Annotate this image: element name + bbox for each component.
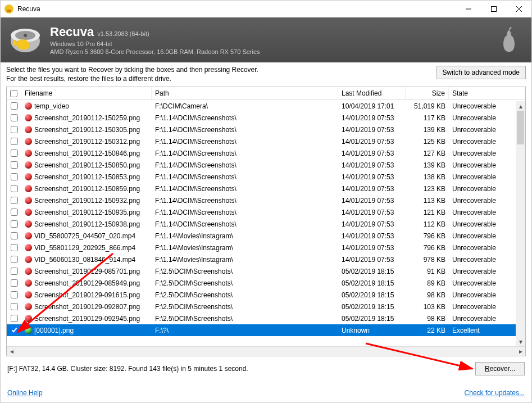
column-path[interactable]: Path <box>152 87 338 99</box>
path-text: F:\1.14\Movies\Instagram\ <box>152 232 338 240</box>
column-filename[interactable]: Filename <box>21 87 152 99</box>
row-checkbox[interactable] <box>11 327 18 334</box>
status-dot-icon <box>25 161 32 169</box>
table-row[interactable]: Screenshot_20190129-092807.pngF:\2.5\DCI… <box>7 301 525 313</box>
row-checkbox[interactable] <box>11 161 18 169</box>
horizontal-scrollbar[interactable]: ◂ ▸ <box>7 346 525 356</box>
vertical-scrollbar[interactable]: ▴ ▾ <box>516 101 525 346</box>
advanced-mode-button[interactable]: Switch to advanced mode <box>436 66 526 79</box>
check-updates-link[interactable]: Check for updates... <box>465 389 525 397</box>
table-row[interactable]: Screenshot_20190112-150312.pngF:\1.14\DC… <box>7 135 525 147</box>
size-text: 117 KB <box>406 114 449 122</box>
table-body[interactable]: temp_videoF:\DCIM\Camera\10/04/2019 17:0… <box>7 100 525 346</box>
row-checkbox[interactable] <box>11 291 18 298</box>
table-row[interactable]: Screenshot_20190112-150859.pngF:\1.14\DC… <box>7 183 525 194</box>
state-text: Unrecoverable <box>449 138 525 146</box>
size-text: 103 KB <box>406 303 449 311</box>
size-text: 98 KB <box>406 315 449 323</box>
maximize-button[interactable] <box>481 1 506 17</box>
column-modified[interactable]: Last Modified <box>338 87 406 99</box>
select-all-checkbox[interactable] <box>10 90 17 97</box>
state-text: Unrecoverable <box>449 268 525 275</box>
scroll-up-icon[interactable]: ▴ <box>516 101 525 111</box>
path-text: F:\1.14\DCIM\Screenshots\ <box>152 220 338 228</box>
column-state[interactable]: State <box>449 87 525 99</box>
size-text: 125 KB <box>406 138 449 146</box>
online-help-link[interactable]: Online Help <box>7 389 43 397</box>
table-row[interactable]: VID_55801129_202925_866.mp4F:\1.14\Movie… <box>7 242 525 253</box>
table-row[interactable]: [000001].pngF:\?\Unknown22 KBExcellent <box>7 324 525 336</box>
table-row[interactable]: Screenshot_20190112-150305.pngF:\1.14\DC… <box>7 124 525 135</box>
state-text: Unrecoverable <box>449 291 525 299</box>
row-checkbox[interactable] <box>11 114 18 121</box>
row-checkbox[interactable] <box>11 197 18 204</box>
table-row[interactable]: Screenshot_20190129-085949.pngF:\2.5\DCI… <box>7 277 525 289</box>
modified-text: 05/02/2019 18:15 <box>338 291 406 299</box>
scroll-down-icon[interactable]: ▾ <box>516 337 525 346</box>
size-text: 796 KB <box>406 232 449 240</box>
row-checkbox[interactable] <box>11 315 18 322</box>
row-checkbox[interactable] <box>11 256 18 263</box>
column-size[interactable]: Size <box>406 87 449 99</box>
status-dot-icon <box>25 303 32 310</box>
status-bar: [F:] FAT32, 14.4 GB. Cluster size: 8192.… <box>1 359 531 379</box>
state-text: Unrecoverable <box>449 150 525 157</box>
row-checkbox[interactable] <box>11 220 18 228</box>
row-checkbox[interactable] <box>11 303 18 310</box>
row-checkbox[interactable] <box>11 268 18 275</box>
status-dot-icon <box>25 315 32 322</box>
size-text: 139 KB <box>406 161 449 169</box>
row-checkbox[interactable] <box>11 279 18 287</box>
status-dot-icon <box>25 197 32 204</box>
filename-text: [000001].png <box>34 327 74 334</box>
app-name: Recuva <box>50 25 94 39</box>
row-checkbox[interactable] <box>11 173 18 180</box>
modified-text: 14/01/2019 07:53 <box>338 244 406 252</box>
table-row[interactable]: Screenshot_20190112-150853.pngF:\1.14\DC… <box>7 171 525 183</box>
filename-text: Screenshot_20190129-085701.png <box>34 268 140 275</box>
row-checkbox[interactable] <box>11 185 18 192</box>
scroll-thumb[interactable] <box>517 111 524 144</box>
row-checkbox[interactable] <box>11 126 18 133</box>
path-text: F:\1.14\DCIM\Screenshots\ <box>152 197 338 205</box>
state-text: Unrecoverable <box>449 209 525 216</box>
status-dot-icon <box>25 173 32 180</box>
table-row[interactable]: Screenshot_20190129-092945.pngF:\2.5\DCI… <box>7 313 525 324</box>
modified-text: 14/01/2019 07:53 <box>338 185 406 193</box>
scroll-right-icon[interactable]: ▸ <box>516 347 525 356</box>
row-checkbox[interactable] <box>11 150 18 157</box>
size-text: 98 KB <box>406 291 449 299</box>
svg-rect-3 <box>491 7 496 12</box>
table-row[interactable]: Screenshot_20190112-150846.pngF:\1.14\DC… <box>7 147 525 159</box>
table-row[interactable]: VID_56060130_081846_914.mp4F:\1.14\Movie… <box>7 253 525 265</box>
modified-text: 10/04/2019 17:01 <box>338 102 406 110</box>
path-text: F:\1.14\DCIM\Screenshots\ <box>152 126 338 134</box>
table-row[interactable]: Screenshot_20190112-150935.pngF:\1.14\DC… <box>7 206 525 218</box>
table-row[interactable]: Screenshot_20190112-150850.pngF:\1.14\DC… <box>7 159 525 171</box>
size-text: 121 KB <box>406 209 449 216</box>
row-checkbox[interactable] <box>11 232 18 239</box>
table-row[interactable]: Screenshot_20190129-085701.pngF:\2.5\DCI… <box>7 265 525 277</box>
state-text: Unrecoverable <box>449 102 525 110</box>
table-row[interactable]: VID_55800725_044507_020.mp4F:\1.14\Movie… <box>7 230 525 242</box>
row-checkbox[interactable] <box>11 102 18 110</box>
table-row[interactable]: Screenshot_20190112-150259.pngF:\1.14\DC… <box>7 112 525 124</box>
filename-text: Screenshot_20190112-150938.png <box>34 220 140 228</box>
table-row[interactable]: Screenshot_20190112-150932.pngF:\1.14\DC… <box>7 194 525 206</box>
state-text: Unrecoverable <box>449 315 525 323</box>
recover-button[interactable]: Recover... <box>475 362 525 375</box>
table-row[interactable]: temp_videoF:\DCIM\Camera\10/04/2019 17:0… <box>7 100 525 112</box>
table-row[interactable]: Screenshot_20190129-091615.pngF:\2.5\DCI… <box>7 289 525 301</box>
close-button[interactable] <box>506 1 531 17</box>
status-dot-icon <box>25 268 32 275</box>
row-checkbox[interactable] <box>11 138 18 145</box>
row-checkbox[interactable] <box>11 209 18 216</box>
minimize-button[interactable] <box>456 1 481 17</box>
modified-text: 05/02/2019 18:15 <box>338 315 406 323</box>
window-title: Recuva <box>17 5 456 13</box>
filename-text: Screenshot_20190129-085949.png <box>34 279 140 287</box>
table-row[interactable]: Screenshot_20190112-150938.pngF:\1.14\DC… <box>7 218 525 230</box>
row-checkbox[interactable] <box>11 244 18 251</box>
os-info: Windows 10 Pro 64-bit <box>50 40 260 47</box>
scroll-left-icon[interactable]: ◂ <box>7 347 16 356</box>
